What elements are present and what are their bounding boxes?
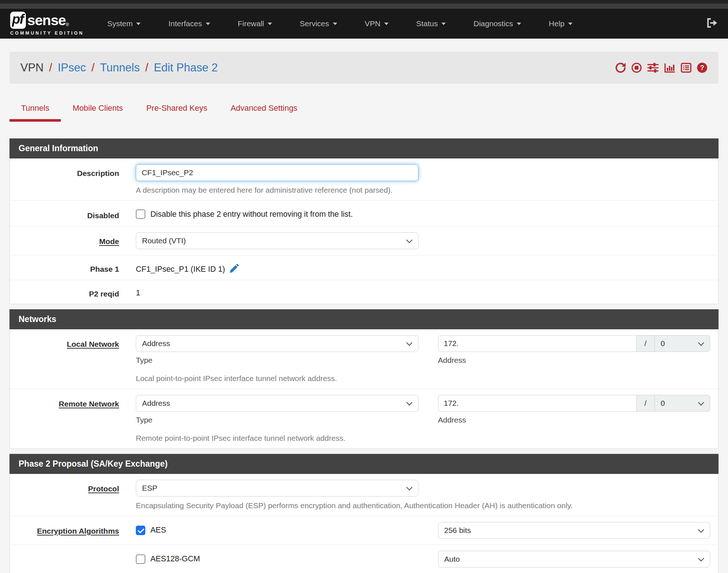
local-network-prefix-select[interactable]: 0 bbox=[655, 335, 710, 352]
logout-button[interactable] bbox=[706, 17, 718, 30]
p2reqid-row: P2 reqid 1 bbox=[10, 280, 718, 303]
aes128gcm-keylen-select[interactable]: Auto bbox=[438, 551, 710, 568]
breadcrumb-actions: ? bbox=[615, 62, 708, 73]
general-information-panel: General Information Description A descri… bbox=[9, 138, 719, 304]
phase1-label: Phase 1 bbox=[10, 260, 119, 274]
aes128gcm-keylen-value: Auto bbox=[444, 555, 460, 564]
mode-select[interactable]: Routed (VTI) bbox=[136, 232, 418, 249]
local-network-type-select[interactable]: Address bbox=[136, 335, 418, 352]
nav-diagnostics[interactable]: Diagnostics bbox=[460, 9, 535, 39]
disabled-checkbox-label: Disable this phase 2 entry without remov… bbox=[150, 210, 353, 219]
pf-logo-mark: pf bbox=[10, 12, 26, 29]
protocol-select[interactable]: ESP bbox=[136, 480, 418, 497]
protocol-help: Encapsulating Security Payload (ESP) per… bbox=[136, 501, 710, 510]
refresh-icon[interactable] bbox=[615, 62, 626, 73]
remote-network-slash-addon: / bbox=[637, 395, 655, 412]
local-network-slash-addon: / bbox=[637, 335, 655, 352]
chevron-down-icon bbox=[406, 340, 412, 346]
bar-chart-icon[interactable] bbox=[664, 62, 676, 73]
local-network-address-input[interactable] bbox=[438, 335, 637, 352]
tab-mobile-clients[interactable]: Mobile Clients bbox=[61, 103, 134, 122]
aes128gcm-checkbox-row[interactable]: AES128-GCM bbox=[136, 554, 418, 564]
encryption-aes-row: Encryption Algorithms AES 256 bits bbox=[10, 516, 718, 545]
description-help: A description may be entered here for ad… bbox=[136, 186, 710, 195]
remote-network-label: Remote Network bbox=[10, 395, 119, 409]
breadcrumb-vpn: VPN bbox=[20, 61, 44, 74]
community-edition-label: COMMUNITY EDITION bbox=[10, 31, 84, 36]
nav-firewall[interactable]: Firewall bbox=[224, 9, 286, 39]
disabled-checkbox[interactable] bbox=[136, 209, 145, 219]
chevron-down-icon bbox=[698, 340, 704, 346]
chevron-down-icon bbox=[384, 23, 389, 25]
aes-keylen-select[interactable]: 256 bits bbox=[438, 522, 710, 539]
nav-vpn[interactable]: VPN bbox=[351, 9, 402, 39]
remote-network-address-input[interactable] bbox=[438, 395, 637, 412]
breadcrumb-edit-phase-2[interactable]: Edit Phase 2 bbox=[154, 61, 218, 74]
chevron-down-icon bbox=[136, 23, 141, 25]
phase1-value: CF1_IPsec_P1 (IKE ID 1) bbox=[136, 265, 225, 274]
remote-network-type-select[interactable]: Address bbox=[136, 395, 418, 412]
nav-help[interactable]: Help bbox=[535, 9, 586, 39]
pf-logo-text: pf bbox=[12, 12, 23, 27]
stop-icon[interactable] bbox=[631, 62, 642, 73]
remote-network-prefix-value: 0 bbox=[661, 399, 665, 408]
phase1-row: Phase 1 CF1_IPsec_P1 (IKE ID 1) bbox=[10, 255, 718, 280]
remote-network-row: Remote Network Address Type / bbox=[10, 389, 718, 448]
aes-checkbox-row[interactable]: AES bbox=[136, 526, 418, 535]
sliders-icon[interactable] bbox=[647, 62, 659, 73]
nav-status[interactable]: Status bbox=[402, 9, 460, 39]
chevron-down-icon bbox=[698, 555, 704, 561]
disabled-checkbox-row[interactable]: Disable this phase 2 entry without remov… bbox=[136, 207, 710, 219]
protocol-select-value: ESP bbox=[142, 484, 157, 492]
mode-select-value: Routed (VTI) bbox=[142, 236, 186, 245]
local-network-address-caption: Address bbox=[438, 356, 710, 365]
description-row: Description A description may be entered… bbox=[10, 158, 718, 201]
encryption-algorithms-label: Encryption Algorithms bbox=[10, 522, 119, 536]
tab-pre-shared-keys[interactable]: Pre-Shared Keys bbox=[135, 103, 219, 122]
list-icon[interactable] bbox=[681, 62, 692, 73]
remote-network-address-caption: Address bbox=[438, 416, 710, 424]
nav-services[interactable]: Services bbox=[286, 9, 351, 39]
tab-tunnels[interactable]: Tunnels bbox=[9, 103, 61, 122]
remote-network-type-caption: Type bbox=[136, 416, 418, 424]
top-navbar: pf sense ® COMMUNITY EDITION System Inte… bbox=[0, 9, 728, 39]
chevron-down-icon bbox=[206, 23, 210, 25]
p2reqid-label: P2 reqid bbox=[10, 285, 119, 299]
local-network-type-value: Address bbox=[142, 339, 170, 348]
remote-network-help: Remote point-to-point IPsec interface tu… bbox=[136, 434, 710, 443]
aes-checkbox[interactable] bbox=[136, 526, 145, 535]
networks-title: Networks bbox=[9, 309, 719, 329]
edit-phase1-icon[interactable] bbox=[229, 264, 239, 275]
networks-panel: Networks Local Network Address Type bbox=[9, 309, 719, 449]
remote-network-type-value: Address bbox=[142, 399, 170, 408]
aes128gcm-checkbox[interactable] bbox=[136, 554, 145, 564]
registered-mark: ® bbox=[66, 22, 69, 27]
protocol-label: Protocol bbox=[10, 480, 119, 494]
chevron-down-icon bbox=[441, 23, 446, 25]
general-information-title: General Information bbox=[9, 138, 719, 158]
nav-system[interactable]: System bbox=[93, 9, 154, 39]
mode-row: Mode Routed (VTI) bbox=[10, 227, 718, 255]
pfsense-logo[interactable]: pf sense ® COMMUNITY EDITION bbox=[10, 12, 84, 36]
chevron-down-icon bbox=[568, 23, 572, 25]
aes128gcm-checkbox-label: AES128-GCM bbox=[150, 554, 200, 564]
local-network-type-caption: Type bbox=[136, 356, 418, 365]
breadcrumb: VPN / IPsec / Tunnels / Edit Phase 2 bbox=[20, 61, 218, 74]
breadcrumb-tunnels[interactable]: Tunnels bbox=[100, 61, 140, 74]
sign-out-icon bbox=[706, 17, 718, 30]
sense-logo-text: sense bbox=[27, 12, 66, 28]
disabled-row: Disabled Disable this phase 2 entry with… bbox=[10, 201, 718, 227]
description-input[interactable] bbox=[136, 164, 418, 181]
chevron-down-icon bbox=[698, 399, 704, 405]
chevron-down-icon bbox=[333, 23, 337, 25]
phase2-proposal-panel: Phase 2 Proposal (SA/Key Exchange) Proto… bbox=[9, 454, 719, 573]
nav-interfaces[interactable]: Interfaces bbox=[154, 9, 224, 39]
breadcrumb-separator: / bbox=[91, 61, 95, 74]
breadcrumb-ipsec[interactable]: IPsec bbox=[58, 61, 86, 74]
tab-advanced-settings[interactable]: Advanced Settings bbox=[219, 103, 309, 122]
help-icon[interactable]: ? bbox=[697, 62, 708, 73]
p2reqid-value: 1 bbox=[136, 289, 140, 298]
chevron-down-icon bbox=[268, 23, 272, 25]
remote-network-prefix-select[interactable]: 0 bbox=[655, 395, 710, 412]
window-title-strip bbox=[0, 4, 728, 9]
